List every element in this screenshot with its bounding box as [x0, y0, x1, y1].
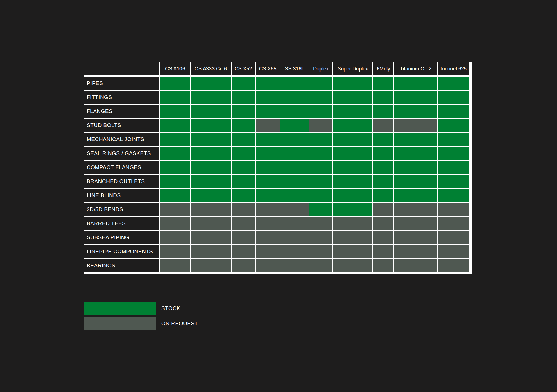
column-header-cs-a333-gr-6: CS A333 Gr. 6 — [191, 62, 231, 75]
matrix-cell-compact-flanges-cs-a106 — [160, 161, 190, 174]
matrix-cell-fittings-inconel-625 — [438, 91, 469, 104]
table-row-stud-bolts: STUD BOLTS — [84, 119, 472, 132]
table-row-barred-tees: BARRED TEES — [84, 217, 472, 230]
matrix-cell-line-blinds-titanium-gr-2 — [394, 189, 437, 202]
column-header-cs-x52: CS X52 — [232, 62, 255, 75]
legend-label-stock: STOCK — [161, 305, 180, 312]
matrix-cell-seal-rings-gaskets-inconel-625 — [438, 147, 469, 160]
column-header-cs-a106: CS A106 — [160, 62, 190, 75]
matrix-cell-flanges-cs-x65 — [256, 105, 280, 118]
matrix-cell-pipes-cs-x65 — [256, 77, 280, 90]
legend-item-on-request: ON REQUEST — [84, 317, 198, 330]
matrix-cell-subsea-piping-cs-x52 — [232, 231, 255, 244]
matrix-cell-flanges-6moly — [373, 105, 393, 118]
matrix-cell-barred-tees-6moly — [373, 217, 393, 230]
matrix-cell-pipes-duplex — [309, 77, 332, 90]
matrix-cell-pipes-cs-x52 — [232, 77, 255, 90]
matrix-cell-flanges-cs-a106 — [160, 105, 190, 118]
on-request-swatch-icon — [84, 317, 156, 330]
matrix-cell-bearings-cs-a333-gr-6 — [191, 259, 231, 272]
header-spacer — [84, 62, 159, 75]
matrix-cell-linepipe-components-cs-a333-gr-6 — [191, 245, 231, 258]
matrix-cell-stud-bolts-cs-a106 — [160, 119, 190, 132]
matrix-cell-subsea-piping-cs-a333-gr-6 — [191, 231, 231, 244]
column-header-inconel-625: Inconel 625 — [438, 62, 469, 75]
matrix-cell-stud-bolts-cs-a333-gr-6 — [191, 119, 231, 132]
matrix-cell-pipes-cs-a333-gr-6 — [191, 77, 231, 90]
matrix-cell-barred-tees-duplex — [309, 217, 332, 230]
table-row-compact-flanges: COMPACT FLANGES — [84, 161, 472, 174]
matrix-cell-3d-5d-bends-cs-a333-gr-6 — [191, 203, 231, 216]
page-background: CS A106CS A333 Gr. 6CS X52CS X65SS 316LD… — [0, 0, 557, 392]
column-header-titanium-gr-2: Titanium Gr. 2 — [394, 62, 437, 75]
matrix-cell-barred-tees-cs-x52 — [232, 217, 255, 230]
matrix-cell-bearings-cs-a106 — [160, 259, 190, 272]
table-row-fittings: FITTINGS — [84, 91, 472, 104]
matrix-cell-mechanical-joints-cs-x65 — [256, 133, 280, 146]
matrix-cell-fittings-cs-x52 — [232, 91, 255, 104]
matrix-cell-compact-flanges-super-duplex — [333, 161, 372, 174]
matrix-cell-seal-rings-gaskets-6moly — [373, 147, 393, 160]
matrix-cell-flanges-cs-a333-gr-6 — [191, 105, 231, 118]
matrix-cell-subsea-piping-super-duplex — [333, 231, 372, 244]
matrix-cell-flanges-inconel-625 — [438, 105, 469, 118]
row-label-3d-5d-bends: 3D/5D BENDS — [84, 203, 159, 216]
matrix-cell-seal-rings-gaskets-super-duplex — [333, 147, 372, 160]
matrix-cell-seal-rings-gaskets-cs-a333-gr-6 — [191, 147, 231, 160]
matrix-cell-barred-tees-inconel-625 — [438, 217, 469, 230]
matrix-cell-3d-5d-bends-inconel-625 — [438, 203, 469, 216]
matrix-cell-branched-outlets-cs-x65 — [256, 175, 280, 188]
matrix-cell-compact-flanges-cs-a333-gr-6 — [191, 161, 231, 174]
column-header-6moly: 6Moly — [373, 62, 393, 75]
matrix-cell-compact-flanges-6moly — [373, 161, 393, 174]
matrix-cell-line-blinds-cs-a106 — [160, 189, 190, 202]
column-header-cs-x65: CS X65 — [256, 62, 280, 75]
matrix-cell-bearings-6moly — [373, 259, 393, 272]
table-bottom-border — [84, 272, 472, 274]
matrix-cell-fittings-titanium-gr-2 — [394, 91, 437, 104]
table-row-line-blinds: LINE BLINDS — [84, 189, 472, 202]
row-label-bearings: BEARINGS — [84, 259, 159, 272]
matrix-cell-line-blinds-cs-x65 — [256, 189, 280, 202]
matrix-cell-line-blinds-duplex — [309, 189, 332, 202]
row-label-compact-flanges: COMPACT FLANGES — [84, 161, 159, 174]
matrix-cell-seal-rings-gaskets-cs-x65 — [256, 147, 280, 160]
matrix-cell-flanges-cs-x52 — [232, 105, 255, 118]
table-row-pipes: PIPES — [84, 77, 472, 90]
matrix-cell-seal-rings-gaskets-ss-316l — [280, 147, 309, 160]
matrix-cell-pipes-inconel-625 — [438, 77, 469, 90]
table-row-mechanical-joints: MECHANICAL JOINTS — [84, 133, 472, 146]
matrix-cell-flanges-ss-316l — [280, 105, 309, 118]
matrix-cell-stud-bolts-cs-x65 — [256, 119, 280, 132]
matrix-cell-line-blinds-inconel-625 — [438, 189, 469, 202]
matrix-cell-branched-outlets-cs-a333-gr-6 — [191, 175, 231, 188]
legend-item-stock: STOCK — [84, 302, 198, 315]
matrix-cell-3d-5d-bends-titanium-gr-2 — [394, 203, 437, 216]
matrix-cell-mechanical-joints-inconel-625 — [438, 133, 469, 146]
matrix-cell-fittings-cs-a333-gr-6 — [191, 91, 231, 104]
column-header-super-duplex: Super Duplex — [333, 62, 372, 75]
matrix-cell-fittings-cs-x65 — [256, 91, 280, 104]
row-label-stud-bolts: STUD BOLTS — [84, 119, 159, 132]
table-row-seal-rings-gaskets: SEAL RINGS / GASKETS — [84, 147, 472, 160]
matrix-cell-barred-tees-cs-x65 — [256, 217, 280, 230]
matrix-cell-branched-outlets-6moly — [373, 175, 393, 188]
matrix-cell-pipes-cs-a106 — [160, 77, 190, 90]
matrix-cell-barred-tees-super-duplex — [333, 217, 372, 230]
matrix-cell-stud-bolts-ss-316l — [280, 119, 309, 132]
matrix-cell-bearings-titanium-gr-2 — [394, 259, 437, 272]
matrix-cell-compact-flanges-cs-x65 — [256, 161, 280, 174]
matrix-cell-fittings-6moly — [373, 91, 393, 104]
matrix-cell-barred-tees-ss-316l — [280, 217, 309, 230]
matrix-cell-fittings-ss-316l — [280, 91, 309, 104]
matrix-cell-branched-outlets-ss-316l — [280, 175, 309, 188]
matrix-cell-branched-outlets-cs-x52 — [232, 175, 255, 188]
matrix-cell-compact-flanges-inconel-625 — [438, 161, 469, 174]
matrix-cell-mechanical-joints-super-duplex — [333, 133, 372, 146]
matrix-cell-line-blinds-ss-316l — [280, 189, 309, 202]
matrix-cell-3d-5d-bends-cs-x65 — [256, 203, 280, 216]
row-label-branched-outlets: BRANCHED OUTLETS — [84, 175, 159, 188]
matrix-cell-line-blinds-cs-a333-gr-6 — [191, 189, 231, 202]
matrix-cell-branched-outlets-inconel-625 — [438, 175, 469, 188]
matrix-cell-bearings-super-duplex — [333, 259, 372, 272]
